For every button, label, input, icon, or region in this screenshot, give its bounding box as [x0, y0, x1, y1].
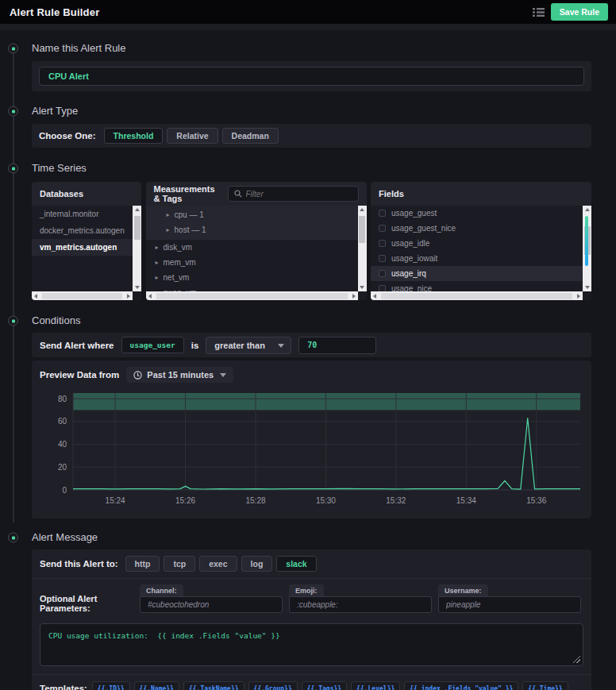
measurement-item-label: mem_vm [164, 258, 196, 267]
template-button[interactable]: {{ index .Fields "value" }} [404, 681, 518, 690]
measurements-list: ▸cpu — 1▸host — 1▸disk_vm▸mem_vm▸net_vm▸… [146, 206, 358, 291]
chevron-down-icon [220, 373, 226, 377]
page-header: Alert Rule Builder Save Rule [0, 0, 616, 24]
parameter-label: Channel: [140, 584, 183, 596]
tag-item-label: cpu — 1 [175, 210, 204, 219]
time-range-dropdown[interactable]: Past 15 minutes [126, 367, 233, 383]
measurement-item[interactable]: ▸swap_vm [146, 285, 358, 291]
search-icon [234, 190, 242, 198]
tag-item[interactable]: ▸cpu — 1 [146, 207, 358, 222]
field-item-label: usage_irq [391, 269, 426, 278]
save-rule-button[interactable]: Save Rule [551, 3, 608, 21]
databases-header: Databases [32, 182, 141, 206]
template-button[interactable]: {{.Time}} [522, 681, 568, 690]
fields-list: usage_guestusage_guest_niceusage_idleusa… [371, 206, 583, 291]
measurement-item[interactable]: ▸net_vm [146, 270, 358, 285]
endpoint-option-exec[interactable]: exec [199, 556, 237, 572]
y-axis-tick-label: 80 [58, 395, 67, 403]
threshold-value-input[interactable] [298, 337, 376, 354]
checkbox-icon[interactable] [379, 240, 386, 247]
field-item[interactable]: usage_irq [371, 266, 583, 281]
endpoint-option-slack[interactable]: slack [276, 556, 316, 572]
templates-label: Templates: [40, 684, 87, 690]
alert-type-option-deadman[interactable]: Deadman [222, 128, 279, 144]
rule-name-input[interactable] [39, 67, 584, 86]
preview-data-label: Preview Data from [40, 370, 119, 380]
field-item[interactable]: usage_idle [371, 236, 583, 251]
section-heading-label: Time Series [32, 162, 87, 174]
field-item[interactable]: usage_iowait [371, 251, 583, 266]
horizontal-scrollbar[interactable] [371, 291, 583, 300]
parameter-input-channel[interactable] [140, 596, 283, 613]
x-axis-tick-label: 15:36 [526, 496, 546, 505]
alert-rule-builder-page: Alert Rule Builder Save Rule Name this A… [0, 0, 616, 690]
operator-select[interactable]: greater than [206, 337, 291, 354]
database-item[interactable]: vm_metrics.autogen [32, 239, 133, 256]
template-button[interactable]: {{.Group}} [248, 681, 298, 690]
rule-builder-form: Name this Alert Rule Alert Type Choose O… [32, 42, 591, 690]
horizontal-scrollbar[interactable] [32, 291, 133, 300]
endpoint-option-http[interactable]: http [125, 556, 160, 572]
field-item[interactable]: usage_nice [371, 281, 583, 291]
endpoint-option-log[interactable]: log [241, 556, 273, 572]
x-axis-tick-label: 15:32 [386, 496, 406, 505]
checkbox-icon[interactable] [379, 255, 386, 262]
alert-message-textarea[interactable]: CPU usage utilization: {{ index .Fields … [40, 623, 583, 666]
parameter-group: Username: [438, 584, 581, 613]
timeline-node-icon [8, 106, 18, 117]
section-heading-label: Conditions [32, 314, 80, 326]
template-button[interactable]: {{.Level}} [351, 681, 400, 690]
endpoint-option-tcp[interactable]: tcp [164, 556, 195, 572]
checkbox-icon[interactable] [379, 225, 386, 232]
section-heading-label: Alert Message [32, 531, 98, 543]
horizontal-scrollbar[interactable] [146, 291, 358, 300]
alert-type-option-threshold[interactable]: Threshold [104, 128, 164, 144]
tag-item[interactable]: ▸host — 1 [146, 222, 358, 237]
measurement-item[interactable]: ▸mem_vm [146, 255, 358, 270]
parameter-input-emoji[interactable] [289, 596, 432, 613]
section-time-series: Time Series [32, 162, 591, 175]
time-series-panels: Databases _internal.monitordocker_metric… [32, 182, 591, 300]
vertical-scrollbar[interactable] [358, 206, 367, 291]
database-item[interactable]: _internal.monitor [32, 206, 133, 222]
optional-parameters-label: Optional Alert Parameters: [40, 594, 133, 613]
parameter-inputs: Channel:Emoji:Username: [140, 584, 581, 613]
field-item[interactable]: usage_guest_nice [371, 221, 583, 236]
filter-input[interactable] [246, 190, 352, 199]
vertical-scrollbar[interactable] [583, 206, 591, 291]
field-item-label: usage_iowait [391, 254, 437, 263]
database-item[interactable]: docker_metrics.autogen [32, 222, 133, 239]
section-heading-label: Alert Type [32, 105, 78, 117]
field-item[interactable]: usage_guest [371, 206, 583, 221]
x-axis-tick-label: 15:34 [456, 496, 476, 505]
field-item-label: usage_idle [391, 239, 429, 248]
endpoint-buttons: httptcpexeclogslack [125, 556, 317, 572]
measurements-title: Measurements & Tags [154, 184, 220, 203]
caret-right-icon: ▸ [167, 227, 170, 233]
expanded-tags-block: ▸cpu — 1▸host — 1 [146, 206, 358, 240]
checkbox-icon[interactable] [379, 210, 386, 217]
parameter-group: Channel: [140, 584, 283, 613]
message-editor-row: CPU usage utilization: {{ index .Fields … [32, 622, 591, 674]
vertical-scrollbar[interactable] [133, 206, 141, 291]
time-range-value: Past 15 minutes [147, 370, 214, 380]
template-button[interactable]: {{.Tags}} [302, 681, 347, 690]
y-axis-tick-label: 0 [62, 486, 67, 495]
template-button[interactable]: {{.TaskName}} [183, 681, 244, 690]
x-axis-tick-label: 15:24 [106, 496, 125, 505]
databases-body: _internal.monitordocker_metrics.autogenv… [32, 206, 141, 300]
caret-right-icon: ▸ [156, 275, 159, 281]
checkbox-icon[interactable] [379, 270, 386, 277]
clock-icon [133, 371, 142, 380]
timeline-node-icon [8, 44, 18, 54]
alert-type-option-relative[interactable]: Relative [167, 128, 218, 144]
measurement-item[interactable]: ▸disk_vm [146, 240, 358, 255]
caret-right-icon: ▸ [156, 245, 159, 251]
page-title: Alert Rule Builder [10, 6, 99, 18]
section-conditions: Conditions [32, 314, 591, 327]
parameter-input-username[interactable] [438, 596, 581, 613]
template-button[interactable]: {{.ID}} [92, 681, 130, 690]
list-icon[interactable] [533, 7, 545, 17]
template-button[interactable]: {{.Name}} [134, 681, 179, 690]
checkbox-icon[interactable] [379, 285, 386, 291]
